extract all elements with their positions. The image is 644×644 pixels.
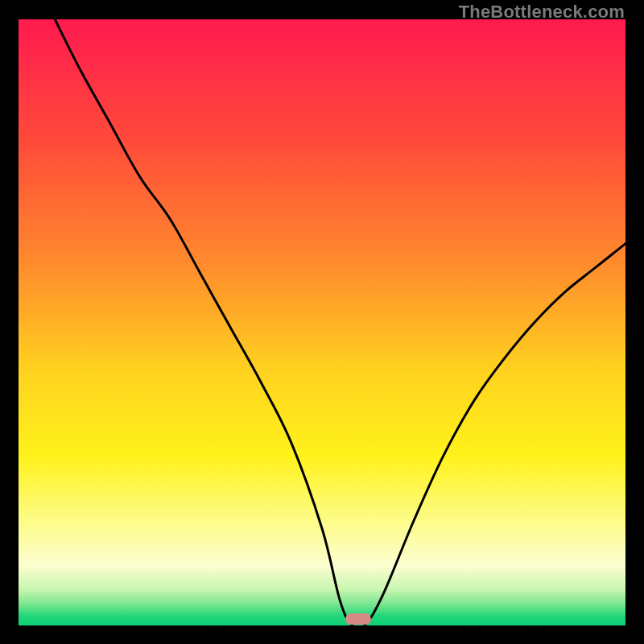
optimal-marker	[345, 613, 371, 625]
plot-area	[19, 19, 625, 625]
chart-frame: TheBottleneck.com	[0, 0, 644, 644]
attribution-label: TheBottleneck.com	[459, 2, 625, 23]
bottleneck-curve	[19, 19, 625, 625]
